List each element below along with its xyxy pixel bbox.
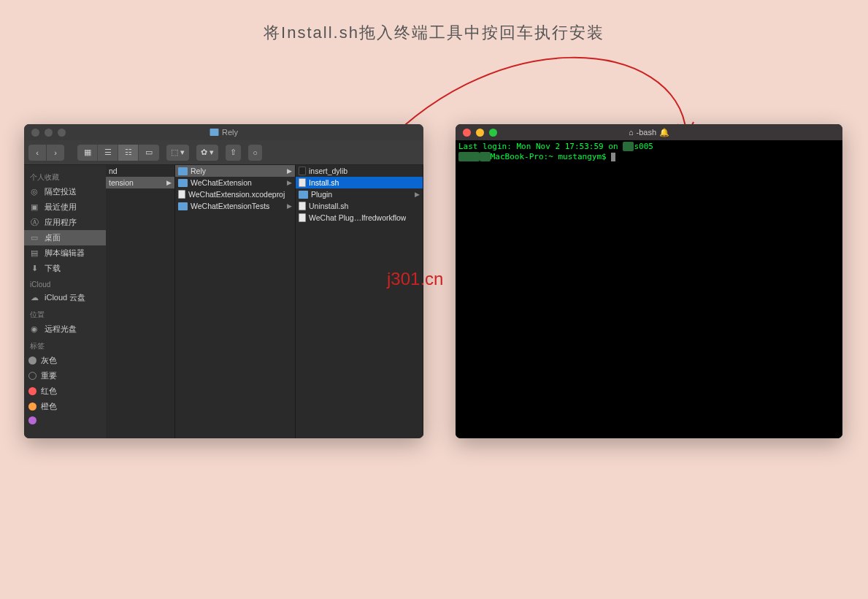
finder-toolbar: ‹ › ▦ ☰ ☷ ▭ ⬚ ▾ ✿ ▾ ⇧ ○	[24, 140, 423, 165]
sidebar-item-label: 应用程序	[45, 217, 77, 228]
view-gallery-button[interactable]: ▭	[139, 145, 159, 161]
tag-dot-icon	[28, 402, 37, 411]
sidebar-item[interactable]: 红色	[24, 384, 106, 399]
minimize-icon[interactable]	[45, 129, 53, 137]
tag-dot-icon	[28, 387, 37, 395]
sidebar-item[interactable]: ◉远程光盘	[24, 321, 106, 337]
chevron-right-icon: ▶	[164, 179, 172, 186]
terminal-line: Last login: Mon Nov 2 17:53:59 on tts005	[458, 142, 840, 152]
sidebar-item[interactable]: 重要	[24, 368, 106, 384]
list-item[interactable]: WeChatExtensionTests▶	[175, 200, 295, 212]
home-icon: ⌂	[629, 128, 634, 137]
apps-icon: Ⓐ	[28, 218, 40, 228]
maximize-icon[interactable]	[58, 129, 66, 137]
sidebar-item-label: 隔空投送	[45, 186, 77, 197]
terminal-body[interactable]: Last login: Mon Nov 2 17:53:59 on tts005…	[456, 140, 842, 438]
file-icon	[299, 202, 306, 210]
close-icon[interactable]	[463, 129, 471, 137]
folder-icon	[210, 129, 218, 136]
list-item[interactable]: nd	[106, 165, 174, 177]
share-button[interactable]: ⇧	[226, 145, 241, 161]
view-icon-button[interactable]: ▦	[77, 145, 98, 161]
item-label: insert_dylib	[309, 167, 347, 175]
list-item[interactable]: Rely▶	[175, 165, 295, 177]
column-3[interactable]: insert_dylibInstall.shPlugin▶Uninstall.s…	[296, 165, 423, 438]
item-label: tension	[109, 178, 134, 187]
action-button[interactable]: ✿ ▾	[196, 145, 218, 161]
forward-button[interactable]: ›	[47, 145, 64, 161]
folder-icon	[178, 179, 188, 187]
finder-columns: ndtension▶ Rely▶WeChatExtension▶WeChatEx…	[106, 165, 423, 438]
arrange-button[interactable]: ⬚ ▾	[166, 145, 189, 161]
minimize-icon[interactable]	[476, 129, 484, 137]
view-list-button[interactable]: ☰	[98, 145, 118, 161]
item-label: nd	[109, 167, 118, 175]
item-label: Rely	[191, 167, 206, 175]
sidebar-item-label: 灰色	[41, 355, 57, 366]
folder-icon	[178, 167, 188, 175]
maximize-icon[interactable]	[489, 129, 497, 137]
recents-icon: ▣	[28, 202, 40, 213]
column-2[interactable]: Rely▶WeChatExtension▶WeChatExtension.xco…	[175, 165, 296, 438]
chevron-right-icon: ▶	[285, 179, 292, 186]
sidebar-group-favorites: 个人收藏	[24, 168, 106, 184]
cursor-icon	[611, 153, 615, 161]
list-item[interactable]: Install.sh	[296, 177, 423, 188]
folder-icon	[299, 191, 308, 199]
downloads-icon: ⬇	[28, 264, 40, 274]
list-item[interactable]: Uninstall.sh	[296, 200, 423, 212]
instruction-text: 将Install.sh拖入终端工具中按回车执行安装	[0, 22, 868, 44]
item-label: WeChatExtension	[191, 178, 252, 187]
tag-dot-icon	[28, 416, 37, 424]
sidebar-item-label: 远程光盘	[45, 324, 77, 335]
view-column-button[interactable]: ☷	[118, 145, 139, 161]
sidebar-item-label: 红色	[41, 386, 57, 397]
tag-dot-icon	[28, 372, 37, 380]
finder-titlebar[interactable]: Rely	[24, 124, 423, 140]
terminal-window: ⌂ -bash 🔔 Last login: Mon Nov 2 17:53:59…	[456, 124, 842, 438]
sidebar-item[interactable]: ⬇下载	[24, 261, 106, 276]
column-1[interactable]: ndtension▶	[106, 165, 175, 438]
sidebar-item[interactable]: ▭桌面	[24, 230, 106, 245]
chevron-right-icon: ▶	[285, 202, 292, 210]
file-icon	[178, 190, 185, 199]
folder-icon	[178, 202, 188, 210]
back-button[interactable]: ‹	[28, 145, 46, 161]
list-item[interactable]: WeChatExtension▶	[175, 177, 295, 188]
scripts-icon: ▤	[28, 248, 40, 259]
sidebar-group-locations: 位置	[24, 305, 106, 321]
shell-icon	[299, 167, 306, 175]
list-item[interactable]: Plugin▶	[296, 188, 423, 200]
sidebar-item-label: 橙色	[41, 401, 57, 412]
sidebar-item[interactable]: ☁iCloud 云盘	[24, 290, 106, 305]
list-item[interactable]: tension▶	[106, 177, 174, 188]
finder-window: Rely ‹ › ▦ ☰ ☷ ▭ ⬚ ▾ ✿ ▾ ⇧ ○ 个人收藏 ◎隔空投送▣…	[24, 124, 423, 438]
tags-button[interactable]: ○	[248, 145, 262, 161]
tag-dot-icon	[28, 356, 37, 365]
sidebar-item[interactable]: ▤脚本编辑器	[24, 245, 106, 261]
list-item[interactable]: insert_dylib	[296, 165, 423, 177]
terminal-prompt: xxxxxxMacBook-Pro:~ mustangym$	[458, 152, 840, 162]
item-label: WeChat Plug…lfredworkflow	[309, 213, 406, 222]
chevron-right-icon: ▶	[285, 167, 292, 175]
disc-icon: ◉	[28, 324, 40, 335]
item-label: Uninstall.sh	[309, 202, 348, 210]
close-icon[interactable]	[31, 129, 39, 137]
terminal-titlebar[interactable]: ⌂ -bash 🔔	[456, 124, 842, 140]
finder-sidebar: 个人收藏 ◎隔空投送▣最近使用Ⓐ应用程序▭桌面▤脚本编辑器⬇下载 iCloud …	[24, 165, 106, 438]
sidebar-item-label: 下载	[45, 263, 61, 274]
sidebar-item[interactable]: 橙色	[24, 399, 106, 414]
list-item[interactable]: WeChat Plug…lfredworkflow	[296, 212, 423, 224]
list-item[interactable]: WeChatExtension.xcodeproj	[175, 188, 295, 200]
window-title: Rely	[222, 128, 238, 137]
sidebar-item-label: 最近使用	[45, 202, 77, 213]
sidebar-item-label: 脚本编辑器	[45, 248, 85, 259]
sidebar-item[interactable]	[24, 414, 106, 427]
sidebar-item[interactable]: ◎隔空投送	[24, 184, 106, 199]
sidebar-item[interactable]: 灰色	[24, 353, 106, 368]
sidebar-group-icloud: iCloud	[24, 276, 106, 290]
terminal-title: -bash	[637, 128, 657, 137]
cloud-icon: ☁	[28, 293, 40, 303]
sidebar-item[interactable]: Ⓐ应用程序	[24, 215, 106, 230]
sidebar-item[interactable]: ▣最近使用	[24, 199, 106, 215]
